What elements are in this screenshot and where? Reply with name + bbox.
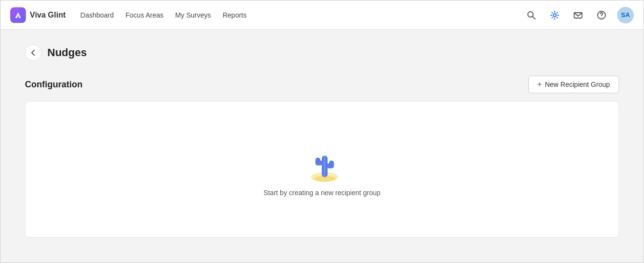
page-header: Nudges bbox=[25, 44, 619, 61]
back-button[interactable] bbox=[25, 44, 42, 61]
svg-rect-14 bbox=[329, 161, 334, 168]
nav-item-focus-areas[interactable]: Focus Areas bbox=[125, 9, 164, 21]
settings-button[interactable] bbox=[547, 7, 562, 23]
plus-icon: + bbox=[538, 80, 542, 89]
svg-rect-15 bbox=[324, 156, 325, 177]
main-content: Nudges Configuration + New Recipient Gro… bbox=[0, 30, 644, 263]
mail-icon bbox=[573, 10, 583, 20]
svg-point-7 bbox=[601, 17, 602, 18]
header-right: SA bbox=[523, 7, 634, 23]
cactus-svg bbox=[303, 142, 347, 186]
logo-icon bbox=[10, 7, 26, 23]
help-icon bbox=[597, 10, 606, 20]
avatar[interactable]: SA bbox=[617, 7, 634, 23]
svg-point-4 bbox=[553, 14, 556, 17]
app-header: Viva Glint Dashboard Focus Areas My Surv… bbox=[0, 0, 644, 30]
svg-line-3 bbox=[533, 17, 535, 19]
new-recipient-group-button[interactable]: + New Recipient Group bbox=[528, 76, 619, 93]
help-button[interactable] bbox=[594, 7, 609, 23]
search-button[interactable] bbox=[523, 7, 539, 23]
header-left: Viva Glint Dashboard Focus Areas My Surv… bbox=[10, 7, 247, 23]
empty-illustration bbox=[303, 142, 342, 181]
logo-text: Viva Glint bbox=[30, 11, 66, 20]
svg-point-2 bbox=[528, 12, 533, 17]
main-nav: Dashboard Focus Areas My Surveys Reports bbox=[81, 9, 247, 21]
search-icon bbox=[526, 10, 536, 20]
nav-item-dashboard[interactable]: Dashboard bbox=[81, 9, 114, 21]
svg-rect-12 bbox=[315, 158, 320, 165]
page-title: Nudges bbox=[47, 46, 87, 59]
empty-state-card: Start by creating a new recipient group bbox=[25, 101, 619, 238]
nav-item-my-surveys[interactable]: My Surveys bbox=[175, 9, 211, 21]
back-arrow-icon bbox=[29, 49, 37, 57]
empty-state-text: Start by creating a new recipient group bbox=[264, 189, 381, 197]
gear-icon bbox=[550, 10, 560, 20]
nav-item-reports[interactable]: Reports bbox=[223, 9, 247, 21]
notifications-button[interactable] bbox=[570, 7, 586, 23]
logo[interactable]: Viva Glint bbox=[10, 7, 66, 23]
section-header: Configuration + New Recipient Group bbox=[25, 76, 619, 93]
new-group-label: New Recipient Group bbox=[545, 81, 610, 88]
section-title: Configuration bbox=[25, 80, 83, 90]
